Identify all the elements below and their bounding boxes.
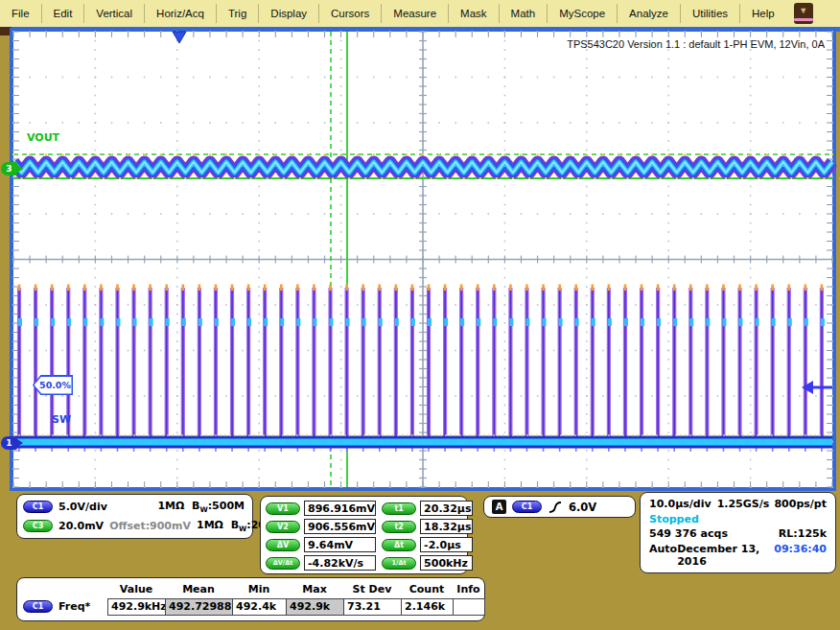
ch1-settings-row[interactable]: C1 5.0V/div 1MΩ BW:500M xyxy=(23,500,245,514)
sw-trace-label: SW xyxy=(52,413,71,426)
v2-badge: V2 xyxy=(266,521,300,533)
chevron-down-icon: ▼ xyxy=(799,7,807,15)
channel1-marker[interactable]: 1 xyxy=(1,436,17,450)
acquisition-status: Stopped xyxy=(649,513,699,525)
meas-count: 2.146k xyxy=(401,598,454,616)
menu-bar: File Edit Vertical Horiz/Acq Trig Displa… xyxy=(0,0,840,27)
col-value: Value xyxy=(107,583,165,595)
trigger-mode: Auto xyxy=(649,543,677,555)
meas-max: 492.9k xyxy=(286,598,344,616)
ch3-badge: C3 xyxy=(23,520,53,532)
cursor-dvdt-row: ΔV/Δt -4.82kV/s xyxy=(266,555,376,571)
menu-file[interactable]: File xyxy=(0,4,42,23)
trigger-level-value: 6.0V xyxy=(569,501,596,514)
cursor-readout-box[interactable]: V1 896.916mV t1 20.32µs V2 906.556mV t2 … xyxy=(260,496,468,574)
vertical-settings-readout[interactable]: C1 5.0V/div 1MΩ BW:500M C3 20.0mV Offset… xyxy=(16,494,253,539)
t2-value: 18.32µs xyxy=(420,519,472,534)
meas-value: 492.9kHz xyxy=(107,598,166,616)
cursor-dt-row: Δt -2.0µs xyxy=(382,537,472,552)
ch1-impedance-bw: 1MΩ BW:500M xyxy=(157,500,245,514)
meas-ch-badge: C1 xyxy=(23,600,53,613)
menu-measure[interactable]: Measure xyxy=(382,4,449,23)
menu-cursors[interactable]: Cursors xyxy=(319,4,382,23)
cursor-t2-row: t2 18.32µs xyxy=(382,519,472,534)
channel3-marker[interactable]: 3 xyxy=(1,162,17,175)
ch1-badge: C1 xyxy=(23,501,53,513)
delta-t-badge: Δt xyxy=(382,539,416,551)
menu-help[interactable]: Help xyxy=(740,4,786,23)
trigger-source-badge: C1 xyxy=(512,501,542,513)
meas-name: Freq* xyxy=(58,600,90,613)
menu-trig[interactable]: Trig xyxy=(217,4,259,23)
record-length: RL:125k xyxy=(779,527,827,540)
measurement-table-header: Value Mean Min Max St Dev Count Info xyxy=(23,581,478,597)
col-count: Count xyxy=(401,583,453,595)
trigger-bus-badge: A xyxy=(492,500,506,514)
menu-analyze[interactable]: Analyze xyxy=(618,4,681,23)
menu-display[interactable]: Display xyxy=(259,4,319,23)
delta-v-value: 9.64mV xyxy=(304,537,376,552)
ch3-settings-row[interactable]: C3 20.0mV Offset:900mV 1MΩ BW:20.0M xyxy=(23,519,245,533)
oscilloscope-app: { "titlebar": { "menu_items": ["File","E… xyxy=(0,0,840,630)
v2-value: 906.556mV xyxy=(304,519,376,534)
rising-edge-icon xyxy=(548,500,563,515)
dv-dt-badge: ΔV/Δt xyxy=(266,557,300,570)
delta-v-badge: ΔV xyxy=(266,539,300,551)
menu-mask[interactable]: Mask xyxy=(449,4,499,23)
acq-count-row: 549 376 acqs RL:125k xyxy=(649,527,827,540)
measurement-table[interactable]: Value Mean Min Max St Dev Count Info C1 … xyxy=(16,577,485,621)
trigger-readout-box[interactable]: A C1 6.0V xyxy=(483,496,636,518)
menu-math[interactable]: Math xyxy=(500,4,548,23)
meas-stdev: 73.21 xyxy=(343,598,402,616)
t1-value: 20.32µs xyxy=(420,501,472,516)
t1-badge: t1 xyxy=(382,502,416,515)
col-mean: Mean xyxy=(165,583,232,595)
cursor-v2-row: V2 906.556mV xyxy=(266,519,376,534)
toolbar-dropdown-button[interactable]: ▼ xyxy=(794,3,813,24)
acquisition-readout-box[interactable]: 10.0µs/div1.25GS/s 800ps/pt Stopped 549 … xyxy=(640,492,836,573)
cursor-t1-row: t1 20.32µs xyxy=(382,501,472,516)
sample-rate: 1.25GS/s xyxy=(717,498,770,510)
trigger-level-flag[interactable]: 50.0% xyxy=(33,375,73,395)
col-max: Max xyxy=(286,583,343,595)
dropdown-accent-strip xyxy=(794,18,813,21)
menu-edit[interactable]: Edit xyxy=(42,4,85,23)
menu-myscope[interactable]: MyScope xyxy=(548,4,618,23)
menu-vertical[interactable]: Vertical xyxy=(84,4,145,23)
inv-dt-value: 500kHz xyxy=(420,555,472,571)
cursor-v1-row: V1 896.916mV xyxy=(266,501,376,516)
menu-utilities[interactable]: Utilities xyxy=(681,4,740,23)
acq-count: 549 376 acqs xyxy=(649,527,728,540)
col-min: Min xyxy=(232,583,286,595)
cursor-dv-row: ΔV 9.64mV xyxy=(266,537,376,552)
table-row: C1 Freq* 492.9kHz 492.72988k 492.4k 492.… xyxy=(23,597,478,616)
ch3-offset: Offset:900mV xyxy=(109,520,191,532)
col-info: Info xyxy=(453,583,484,595)
dv-dt-value: -4.82kV/s xyxy=(304,555,376,571)
waveform-display xyxy=(0,27,840,491)
acq-status-row: Stopped xyxy=(649,513,827,525)
cursor-inv-dt-row: 1/Δt 500kHz xyxy=(382,555,472,571)
v1-value: 896.916mV xyxy=(304,501,376,516)
user-annotation: TPS543C20 Version 1.1 : default 1-PH EVM… xyxy=(567,38,825,50)
delta-t-value: -2.0µs xyxy=(420,537,472,552)
t2-badge: t2 xyxy=(382,521,416,533)
col-stdev: St Dev xyxy=(343,583,401,595)
v1-badge: V1 xyxy=(266,502,300,515)
vout-trace-label: VOUT xyxy=(27,131,59,144)
inv-dt-badge: 1/Δt xyxy=(382,557,416,570)
resolution: 800ps/pt xyxy=(774,498,827,510)
timebase-value: 10.0µs/div xyxy=(649,498,712,510)
meas-min: 492.4k xyxy=(232,598,287,616)
ch3-scale: 20.0mV xyxy=(58,520,104,532)
time-label: 09:36:40 xyxy=(774,543,827,555)
timebase-row: 10.0µs/div1.25GS/s 800ps/pt xyxy=(649,498,827,510)
meas-mean: 492.72988k xyxy=(165,598,233,616)
date-label: December 13, 2016 xyxy=(677,543,774,568)
ch1-scale: 5.0V/div xyxy=(58,501,118,513)
menu-horiz-acq[interactable]: Horiz/Acq xyxy=(145,4,217,23)
trigger-level-value: 50.0% xyxy=(35,377,72,394)
acq-date-row: Auto December 13, 2016 09:36:40 xyxy=(649,543,827,568)
meas-info xyxy=(453,598,485,616)
